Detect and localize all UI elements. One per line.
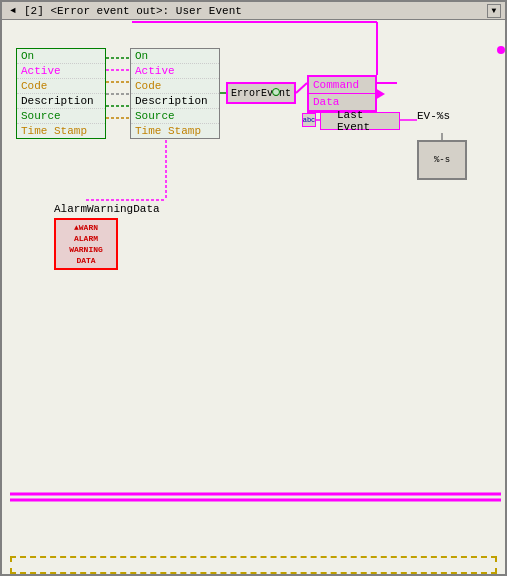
left-cluster-active: Active xyxy=(17,64,105,79)
right-cluster-code: Code xyxy=(131,79,219,94)
ev-label: EV-%s xyxy=(417,110,450,122)
last-event-label: Last Event xyxy=(337,109,399,133)
svg-point-18 xyxy=(497,46,505,54)
right-cluster-timestamp: Time Stamp xyxy=(131,124,219,138)
format-label: %-s xyxy=(434,155,450,165)
right-cluster-active: Active xyxy=(131,64,219,79)
outer-frame: ◄ [2] <Error event out>: User Event ▼ xyxy=(0,0,507,576)
alarm-block: ▲WARN ALARM WARNING DATA xyxy=(54,218,118,270)
connector-dot xyxy=(272,88,280,96)
right-cluster-on: On xyxy=(131,49,219,64)
error-event-label: ErrorEvent xyxy=(231,88,291,99)
error-event-block: ErrorEvent xyxy=(226,82,296,104)
bottom-yellow-border xyxy=(10,556,497,574)
left-cluster-on: On xyxy=(17,49,105,64)
format-block: %-s xyxy=(417,140,467,180)
cmd-block: Command Data xyxy=(307,75,377,113)
cmd-arrow-icon xyxy=(375,88,387,100)
left-cluster-timestamp: Time Stamp xyxy=(17,124,105,138)
left-cluster-code: Code xyxy=(17,79,105,94)
dropdown-arrow-icon[interactable]: ▼ xyxy=(487,4,501,18)
right-cluster-description: Description xyxy=(131,94,219,109)
back-arrow-icon[interactable]: ◄ xyxy=(6,4,20,18)
abc-icon: abc xyxy=(302,113,316,127)
cmd-command-row: Command xyxy=(309,77,375,94)
alarm-line3: WARNING xyxy=(69,244,103,255)
alarm-line4: DATA xyxy=(76,255,95,266)
svg-line-3 xyxy=(296,83,307,93)
left-cluster-description: Description xyxy=(17,94,105,109)
left-cluster: On Active Code Description Source Time S… xyxy=(16,48,106,139)
alarm-line2: ALARM xyxy=(74,233,98,244)
top-bar-title: [2] <Error event out>: User Event xyxy=(20,5,487,17)
last-event-block: Last Event xyxy=(320,112,400,130)
right-cluster-source: Source xyxy=(131,109,219,124)
left-cluster-source: Source xyxy=(17,109,105,124)
top-bar: ◄ [2] <Error event out>: User Event ▼ xyxy=(2,2,505,20)
alarm-line1: ▲WARN xyxy=(74,222,98,233)
alarm-warning-label: AlarmWarningData xyxy=(54,203,160,215)
canvas: On Active Code Description Source Time S… xyxy=(2,20,505,574)
right-cluster: On Active Code Description Source Time S… xyxy=(130,48,220,139)
